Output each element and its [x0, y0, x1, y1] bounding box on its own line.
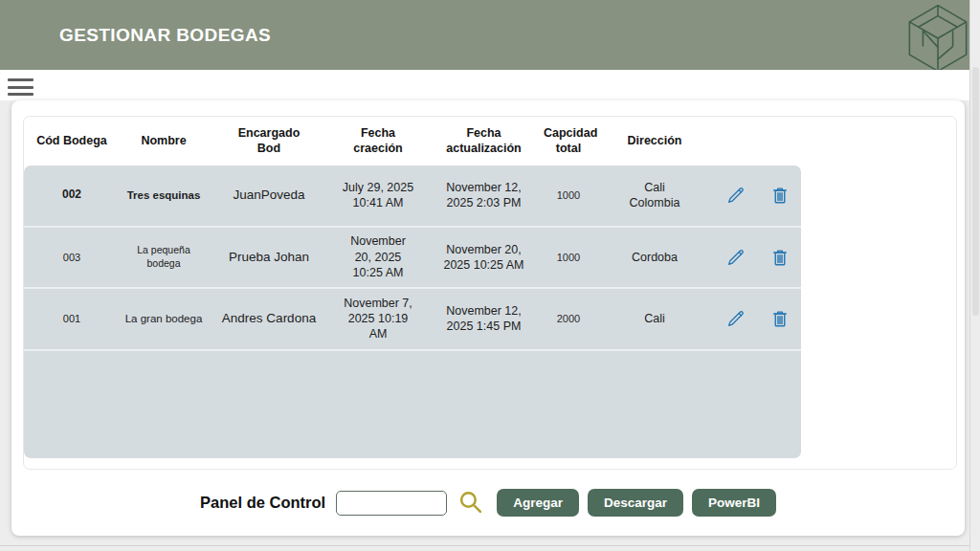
cell-code: 003	[24, 251, 120, 264]
search-input[interactable]	[336, 491, 447, 516]
cell-manager: Prueba Johan	[208, 249, 330, 266]
col-header-cod-bodega: Cód Bodega	[24, 134, 120, 149]
table-header-row: Cód Bodega Nombre Encargado Bod Fecha cr…	[24, 117, 801, 165]
powerbi-button[interactable]: PowerBI	[692, 489, 776, 517]
col-header-fecha-creacion: Fecha craeción	[330, 126, 426, 156]
col-header-fecha-actualizacion: Fecha actualización	[426, 126, 542, 156]
edit-icon[interactable]	[724, 246, 747, 269]
cell-updated: November 12, 2025 1:45 PM	[426, 303, 542, 335]
control-panel-label: Panel de Control	[200, 494, 325, 512]
scrollbar[interactable]	[969, 0, 980, 551]
cell-updated: November 12, 2025 2:03 PM	[426, 180, 542, 211]
table-row: 003 La pequeña bodega Prueba Johan Novem…	[24, 228, 801, 290]
toolbar	[0, 70, 969, 100]
cell-created: July 29, 2025 10:41 AM	[330, 180, 426, 211]
trash-icon[interactable]	[768, 184, 791, 207]
menu-icon[interactable]	[8, 78, 33, 96]
cell-created: November 7, 2025 10:19 AM	[330, 296, 426, 342]
cell-updated: November 20, 2025 10:25 AM	[426, 242, 542, 274]
scrollbar-thumb[interactable]	[972, 67, 979, 316]
app-window: GESTIONAR BODEGAS Cód Bodega Nombre Enca…	[0, 0, 980, 551]
cell-capacity: 1000	[542, 188, 595, 202]
cell-address: Cali	[595, 311, 714, 326]
cell-address: Cordoba	[595, 250, 714, 265]
descargar-button[interactable]: Descargar	[588, 489, 683, 517]
table-row: 001 La gran bodega Andres Cardona Novemb…	[24, 289, 801, 351]
cell-name: La pequeña bodega	[120, 244, 208, 270]
cell-capacity: 1000	[542, 251, 595, 264]
cell-manager: Andres Cardona	[208, 310, 330, 327]
trash-icon[interactable]	[768, 246, 791, 269]
cell-name: La gran bodega	[120, 312, 208, 326]
page-title: GESTIONAR BODEGAS	[59, 25, 271, 46]
app-logo-icon	[901, 1, 975, 76]
search-icon[interactable]	[456, 489, 484, 518]
cell-name: Tres esquinas	[120, 188, 208, 203]
trash-icon[interactable]	[768, 307, 791, 330]
cell-capacity: 2000	[542, 312, 595, 325]
content-card: Cód Bodega Nombre Encargado Bod Fecha cr…	[11, 100, 965, 536]
table-panel: Cód Bodega Nombre Encargado Bod Fecha cr…	[23, 116, 957, 470]
bottom-divider	[0, 545, 969, 546]
col-header-encargado: Encargado Bod	[208, 126, 330, 156]
cell-manager: JuanPoveda	[208, 187, 330, 204]
col-header-direccion: Dirección	[595, 134, 714, 149]
table-body: 002 Tres esquinas JuanPoveda July 29, 20…	[24, 165, 801, 458]
edit-icon[interactable]	[724, 307, 747, 330]
col-header-nombre: Nombre	[120, 134, 208, 149]
table-row: 002 Tres esquinas JuanPoveda July 29, 20…	[24, 165, 801, 228]
cell-code: 001	[24, 312, 120, 325]
control-panel-bar: Panel de Control Agregar Descargar Power…	[11, 470, 965, 536]
edit-icon[interactable]	[724, 184, 747, 207]
col-header-capacidad: Capcidad total	[542, 126, 595, 156]
cell-address: Cali Colombia	[595, 180, 714, 211]
cell-code: 002	[24, 187, 120, 203]
app-header: GESTIONAR BODEGAS	[0, 0, 969, 70]
agregar-button[interactable]: Agregar	[497, 489, 579, 517]
cell-created: November 20, 2025 10:25 AM	[330, 233, 426, 280]
